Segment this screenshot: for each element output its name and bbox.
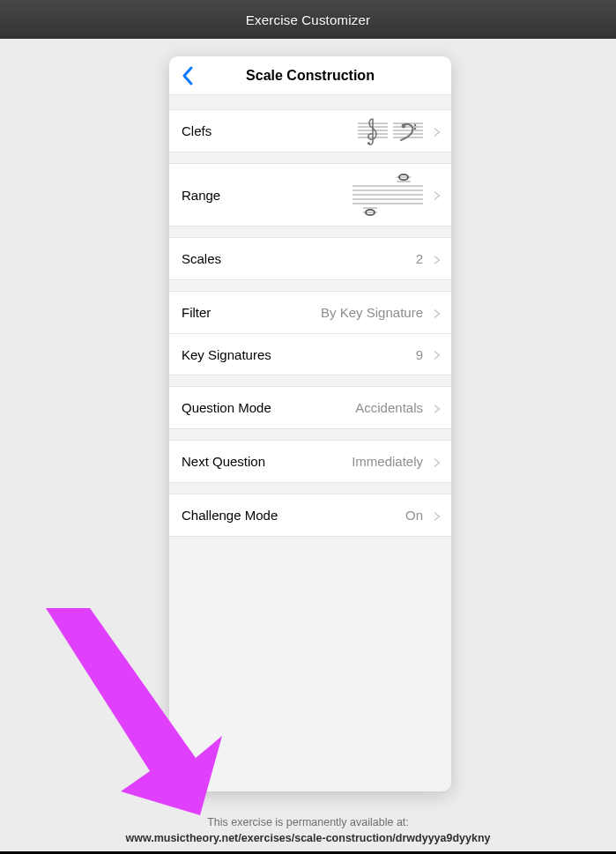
group-range: Range (169, 163, 451, 226)
permalink-footer: This exercise is permanently available a… (0, 814, 616, 848)
group-question-mode: Question Mode Accidentals (169, 386, 451, 429)
panel-title: Scale Construction (169, 68, 451, 84)
panel-header: Scale Construction (169, 56, 451, 95)
window-titlebar: Exercise Customizer (0, 0, 616, 39)
settings-panel: Scale Construction Clefs (169, 56, 451, 791)
row-label: Key Signatures (182, 347, 271, 362)
svg-point-13 (414, 127, 417, 130)
row-value: 9 (416, 347, 423, 362)
spacer (169, 152, 451, 163)
row-value: 2 (416, 251, 423, 266)
back-button[interactable] (178, 66, 197, 85)
window-title: Exercise Customizer (246, 12, 370, 27)
disclosure-chevron-icon (434, 456, 442, 468)
row-scales[interactable]: Scales 2 (169, 238, 451, 279)
row-label: Scales (182, 251, 221, 266)
row-label: Filter (182, 305, 211, 320)
spacer (169, 429, 451, 440)
spacer (169, 483, 451, 494)
group-next-question: Next Question Immediately (169, 440, 451, 483)
group-filter: Filter By Key Signature Key Signatures 9 (169, 291, 451, 375)
group-scales: Scales 2 (169, 237, 451, 280)
disclosure-chevron-icon (434, 348, 442, 360)
disclosure-chevron-icon (434, 189, 442, 201)
disclosure-chevron-icon (434, 509, 442, 522)
svg-point-5 (367, 141, 370, 144)
permalink-url: www.musictheory.net/exercises/scale-cons… (0, 830, 616, 847)
spacer (169, 226, 451, 237)
disclosure-chevron-icon (434, 253, 442, 265)
disclosure-chevron-icon (434, 307, 442, 319)
svg-point-12 (414, 123, 417, 126)
row-key-signatures[interactable]: Key Signatures 9 (169, 333, 451, 375)
row-label: Range (182, 188, 220, 203)
bass-clef-icon (393, 115, 423, 147)
row-clefs[interactable]: Clefs (169, 110, 451, 152)
spacer (169, 375, 451, 386)
svg-point-11 (402, 123, 406, 128)
row-value: Immediately (352, 454, 423, 469)
row-filter[interactable]: Filter By Key Signature (169, 292, 451, 333)
row-label: Challenge Mode (182, 508, 278, 523)
row-value: By Key Signature (321, 305, 423, 320)
disclosure-chevron-icon (434, 402, 442, 414)
range-staff-icon (353, 171, 423, 219)
bass-clef-thumb (393, 115, 423, 147)
row-label: Clefs (182, 123, 212, 138)
row-value: Accidentals (355, 400, 423, 415)
row-next-question[interactable]: Next Question Immediately (169, 441, 451, 482)
spacer (169, 280, 451, 291)
range-preview (353, 171, 423, 219)
row-label: Question Mode (182, 400, 271, 415)
disclosure-chevron-icon (434, 125, 442, 137)
row-label: Next Question (182, 454, 265, 469)
group-challenge-mode: Challenge Mode On (169, 494, 451, 537)
treble-clef-icon (358, 115, 388, 147)
clefs-preview (358, 115, 423, 147)
row-range[interactable]: Range (169, 164, 451, 226)
permalink-text: This exercise is permanently available a… (0, 814, 616, 831)
row-question-mode[interactable]: Question Mode Accidentals (169, 387, 451, 428)
row-challenge-mode[interactable]: Challenge Mode On (169, 494, 451, 536)
back-chevron-icon (182, 66, 194, 85)
treble-clef-thumb (358, 115, 388, 147)
spacer (169, 95, 451, 109)
group-clefs: Clefs (169, 109, 451, 152)
row-value: On (405, 508, 423, 523)
